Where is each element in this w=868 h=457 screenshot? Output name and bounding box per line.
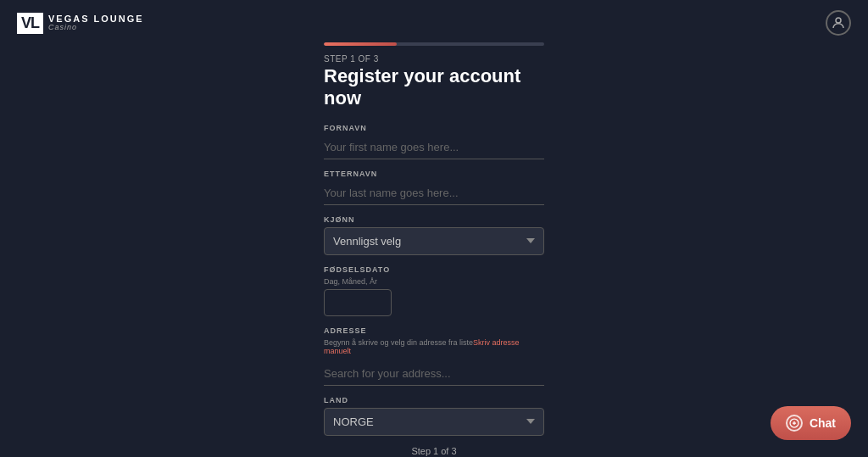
user-icon[interactable] xyxy=(826,10,851,36)
registration-form: STEP 1 OF 3 Register your account now FO… xyxy=(324,42,544,457)
birthdate-group: FØDSELSDATO Dag, Måned, År xyxy=(324,265,544,316)
progress-bar-fill xyxy=(324,42,397,46)
address-sublabel-text: Begynn å skrive og velg din adresse fra … xyxy=(324,338,473,347)
first-name-group: FORNAVN xyxy=(324,124,544,159)
birthdate-label: FØDSELSDATO xyxy=(324,265,544,274)
chat-button[interactable]: Chat xyxy=(771,406,851,440)
birthdate-sublabel: Dag, Måned, År xyxy=(324,277,544,286)
logo-vl-badge: VL xyxy=(17,13,43,34)
birthdate-input[interactable] xyxy=(331,297,384,309)
last-name-input[interactable] xyxy=(324,181,544,205)
country-select[interactable]: NORGE SVERIGE DANMARK FINLAND xyxy=(324,408,544,436)
gender-group: KJØNN Vennligst velg Mann Kvinne Annet xyxy=(324,215,544,255)
gender-select[interactable]: Vennligst velg Mann Kvinne Annet xyxy=(324,227,544,255)
gender-label: KJØNN xyxy=(324,215,544,224)
address-input[interactable] xyxy=(324,362,544,386)
last-name-group: ETTERNAVN xyxy=(324,170,544,205)
logo-text: VEGAS LOUNGE Casino xyxy=(48,14,144,32)
country-group: LAND NORGE SVERIGE DANMARK FINLAND xyxy=(324,396,544,436)
logo: VL VEGAS LOUNGE Casino xyxy=(17,13,144,34)
address-sublabel: Begynn å skrive og velg din adresse fra … xyxy=(324,338,544,355)
step-indicator: Step 1 of 3 xyxy=(324,446,544,456)
chat-label: Chat xyxy=(810,416,836,430)
form-title: Register your account now xyxy=(324,65,544,110)
step-label: STEP 1 OF 3 xyxy=(324,54,544,64)
svg-point-0 xyxy=(836,18,841,23)
last-name-label: ETTERNAVN xyxy=(324,170,544,178)
first-name-label: FORNAVN xyxy=(324,124,544,132)
first-name-input[interactable] xyxy=(324,136,544,159)
country-label: LAND xyxy=(324,396,544,404)
birthdate-input-wrapper xyxy=(324,289,392,316)
address-group: ADRESSE Begynn å skrive og velg din adre… xyxy=(324,326,544,386)
progress-bar-container xyxy=(324,42,544,46)
header: VL VEGAS LOUNGE Casino xyxy=(0,0,868,46)
chat-icon xyxy=(786,415,803,432)
logo-casino: Casino xyxy=(48,24,144,32)
address-label: ADRESSE xyxy=(324,326,544,335)
